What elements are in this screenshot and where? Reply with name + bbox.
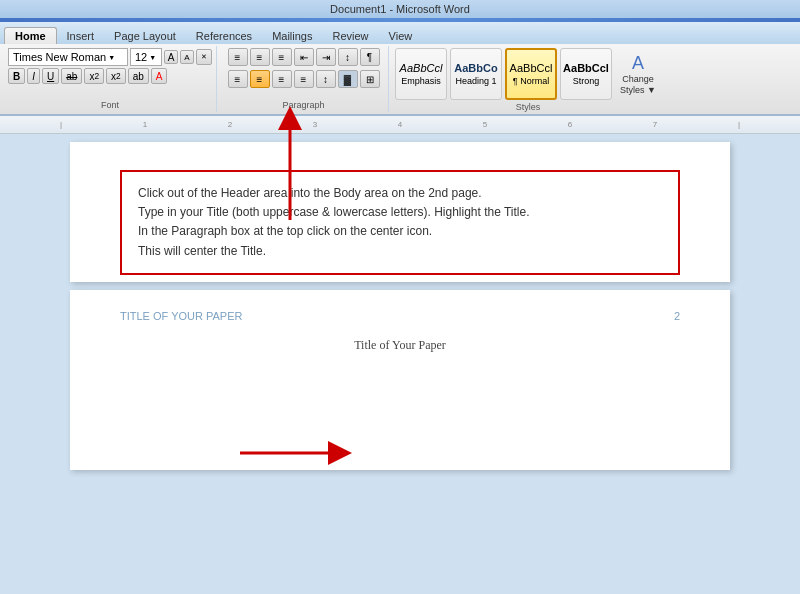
borders-button[interactable]: ⊞: [360, 70, 380, 88]
change-styles-label: ChangeStyles ▼: [620, 74, 656, 96]
strikethrough-button[interactable]: ab: [61, 68, 82, 84]
document-area: Click out of the Header area into the Bo…: [0, 134, 800, 594]
style-emphasis-sample: AaBbCcl: [400, 62, 443, 75]
style-heading1[interactable]: AaBbCo Heading 1: [450, 48, 502, 100]
instruction-box: Click out of the Header area into the Bo…: [120, 170, 680, 275]
bullet-list-button[interactable]: ≡: [228, 48, 248, 66]
header-title: TITLE OF YOUR PAPER: [120, 310, 242, 322]
change-styles-button[interactable]: A ChangeStyles ▼: [615, 48, 661, 100]
highlight-button[interactable]: ab: [128, 68, 149, 84]
bold-button[interactable]: B: [8, 68, 25, 84]
page-title-value: Title of Your Paper: [354, 338, 446, 352]
show-marks-button[interactable]: ¶: [360, 48, 380, 66]
style-strong-label: Strong: [573, 76, 600, 86]
align-right-button[interactable]: ≡: [272, 70, 292, 88]
header-page-number: 2: [674, 310, 680, 322]
font-group-label: Font: [101, 98, 119, 110]
style-emphasis-label: Emphasis: [401, 76, 441, 86]
underline-button[interactable]: U: [42, 68, 59, 84]
style-normal[interactable]: AaBbCcl ¶ Normal: [505, 48, 557, 100]
instruction-line3: In the Paragraph box at the top click on…: [138, 222, 662, 241]
font-group: Times New Roman ▼ 12 ▼ A A ✕ B I U ab x2…: [4, 46, 217, 112]
subscript-button[interactable]: x2: [84, 68, 104, 84]
font-size-dropdown[interactable]: 12 ▼: [130, 48, 162, 66]
paragraph-group: ≡ ≡ ≡ ⇤ ⇥ ↕ ¶ ≡ ≡ ≡ ≡ ↕ ▓ ⊞ Paragraph: [219, 46, 389, 112]
font-grow-button[interactable]: A: [164, 50, 178, 64]
font-name-arrow: ▼: [108, 54, 115, 61]
align-center-button[interactable]: ≡: [250, 70, 270, 88]
style-normal-label: ¶ Normal: [513, 76, 549, 86]
ruler: | 1 2 3 4 5 6 7 |: [0, 116, 800, 134]
instruction-line2: Type in your Title (both uppercase & low…: [138, 203, 662, 222]
font-color-button[interactable]: A: [151, 68, 168, 84]
style-normal-sample: AaBbCcl: [510, 62, 553, 75]
paragraph-group-label: Paragraph: [282, 98, 324, 110]
page-body-title[interactable]: Title of Your Paper: [120, 338, 680, 353]
font-size-arrow: ▼: [149, 54, 156, 61]
style-heading1-sample: AaBbCo: [454, 62, 497, 75]
instruction-line4: This will center the Title.: [138, 242, 662, 261]
style-emphasis[interactable]: AaBbCcl Emphasis: [395, 48, 447, 100]
change-styles-icon: A: [632, 53, 644, 74]
title-bar: Document1 - Microsoft Word: [0, 0, 800, 18]
style-strong-sample: AaBbCcl: [563, 62, 609, 75]
multilevel-list-button[interactable]: ≡: [272, 48, 292, 66]
title-text: Document1 - Microsoft Word: [330, 3, 470, 15]
superscript-button[interactable]: x2: [106, 68, 126, 84]
style-heading1-label: Heading 1: [455, 76, 496, 86]
shading-button[interactable]: ▓: [338, 70, 358, 88]
align-left-button[interactable]: ≡: [228, 70, 248, 88]
font-name-value: Times New Roman: [13, 51, 106, 63]
instruction-line1: Click out of the Header area into the Bo…: [138, 184, 662, 203]
numbered-list-button[interactable]: ≡: [250, 48, 270, 66]
decrease-indent-button[interactable]: ⇤: [294, 48, 314, 66]
font-size-value: 12: [135, 51, 147, 63]
tab-view[interactable]: View: [379, 28, 423, 44]
tab-mailings[interactable]: Mailings: [262, 28, 322, 44]
page-2[interactable]: TITLE OF YOUR PAPER 2 Title of Your Pape…: [70, 290, 730, 470]
tab-insert[interactable]: Insert: [57, 28, 105, 44]
ribbon-tabs: Home Insert Page Layout References Maili…: [0, 22, 800, 44]
tab-home[interactable]: Home: [4, 27, 57, 44]
ruler-marks: | 1 2 3 4 5 6 7 |: [60, 120, 740, 129]
tab-references[interactable]: References: [186, 28, 262, 44]
clear-format-button[interactable]: ✕: [196, 49, 212, 65]
styles-group-label: Styles: [516, 100, 541, 112]
tab-page-layout[interactable]: Page Layout: [104, 28, 186, 44]
sort-button[interactable]: ↕: [338, 48, 358, 66]
font-shrink-button[interactable]: A: [180, 50, 194, 64]
page-1[interactable]: Click out of the Header area into the Bo…: [70, 142, 730, 282]
increase-indent-button[interactable]: ⇥: [316, 48, 336, 66]
tab-review[interactable]: Review: [322, 28, 378, 44]
justify-button[interactable]: ≡: [294, 70, 314, 88]
font-name-dropdown[interactable]: Times New Roman ▼: [8, 48, 128, 66]
styles-group: AaBbCcl Emphasis AaBbCo Heading 1 AaBbCc…: [391, 46, 665, 112]
ribbon: Times New Roman ▼ 12 ▼ A A ✕ B I U ab x2…: [0, 44, 800, 116]
italic-button[interactable]: I: [27, 68, 40, 84]
line-spacing-button[interactable]: ↕: [316, 70, 336, 88]
style-strong[interactable]: AaBbCcl Strong: [560, 48, 612, 100]
page-header: TITLE OF YOUR PAPER 2: [120, 310, 680, 322]
